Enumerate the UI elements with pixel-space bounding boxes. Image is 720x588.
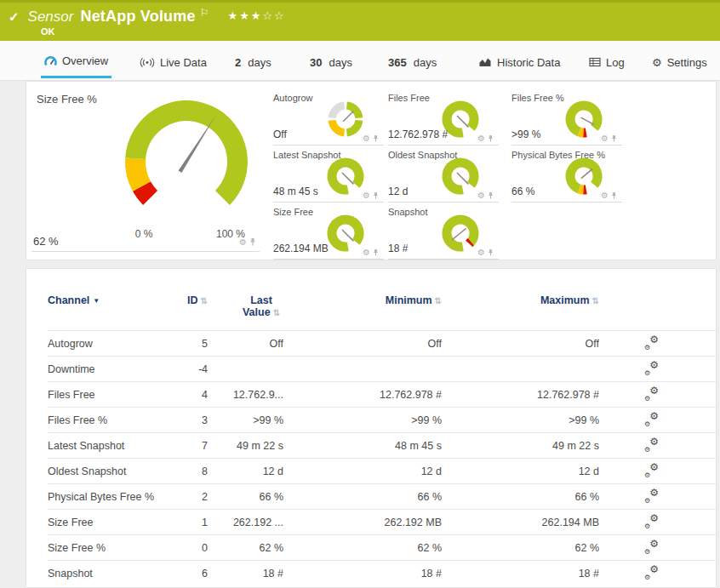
cell-channel: Snapshot <box>48 561 167 586</box>
priority-stars[interactable]: ★★★☆☆ <box>228 9 286 22</box>
channel-settings-gears-icon[interactable]: ⚙⚙ <box>645 515 659 527</box>
cell-channel: Oldest Snapshot <box>48 459 167 484</box>
table-row-latest-snapshot: Latest Snapshot 7 49 m 22 s 48 m 45 s 49… <box>48 433 717 459</box>
tile-files-free-pct[interactable]: Files Free % >99 % ⚙ <box>511 93 619 146</box>
cell-minimum: 12.762.978 # <box>283 382 442 408</box>
cell-id: 1 <box>167 510 208 535</box>
cell-minimum: Off <box>283 331 442 357</box>
cell-maximum: 62 % <box>442 535 599 561</box>
cell-id: 5 <box>167 331 208 357</box>
tile-files-free[interactable]: Files Free 12.762.978 # ⚙ <box>388 93 495 146</box>
tab-365-days[interactable]: 365 days <box>385 46 440 78</box>
channel-settings-gears-icon[interactable]: ⚙⚙ <box>645 387 659 399</box>
col-header-id[interactable]: ID⇅ <box>167 288 208 331</box>
table-row-downtime: Downtime -4 ⚙⚙ <box>48 357 717 382</box>
snapshot-gauge <box>439 212 482 254</box>
gear-icon[interactable]: ⚙ <box>363 191 370 200</box>
gear-icon[interactable]: ⚙ <box>601 191 609 200</box>
tile-size-free[interactable]: Size Free 262.194 MB ⚙ <box>273 207 380 260</box>
tab-2-days[interactable]: 2 days <box>231 46 275 78</box>
col-header-last-value[interactable]: Last Value⇅ <box>208 288 283 331</box>
tab-label-unit: days <box>329 56 351 69</box>
col-header-maximum[interactable]: Maximum⇅ <box>442 288 599 331</box>
gear-icon[interactable]: ⚙ <box>477 191 485 200</box>
cell-id: 4 <box>167 382 208 408</box>
gear-icon: ⚙ <box>652 57 662 68</box>
gear-icon[interactable]: ⚙ <box>477 134 485 143</box>
gear-icon[interactable]: ⚙ <box>477 248 485 257</box>
main-gauge-tile[interactable]: Size Free % 0 % 100 % 62 % ⚙ <box>26 82 265 256</box>
cell-id: -4 <box>167 357 208 382</box>
tab-bar: Overview Live Data 2 days 30 days 365 da… <box>0 41 720 81</box>
channel-settings-gears-icon[interactable]: ⚙⚙ <box>645 413 659 425</box>
tile-latest-snapshot[interactable]: Latest Snapshot 48 m 45 s ⚙ <box>273 150 380 203</box>
tab-label-number: 30 <box>310 56 322 69</box>
status-badge: OK <box>41 26 55 37</box>
gear-icon[interactable]: ⚙ <box>601 134 609 143</box>
tile-snapshot[interactable]: Snapshot 18 # ⚙ <box>388 207 495 260</box>
cell-maximum <box>442 357 599 382</box>
pin-icon[interactable] <box>488 134 494 143</box>
tile-autogrow[interactable]: Autogrow Off ⚙ <box>273 93 380 146</box>
tab-label: Historic Data <box>497 56 560 69</box>
channel-settings-gears-icon[interactable]: ⚙⚙ <box>645 464 659 476</box>
table-row-size-free-pct: Size Free % 0 62 % 62 % 62 % ⚙⚙ <box>48 535 717 561</box>
channel-settings-gears-icon[interactable]: ⚙⚙ <box>645 566 659 578</box>
cell-minimum: >99 % <box>283 408 442 433</box>
channel-settings-gears-icon[interactable]: ⚙⚙ <box>645 336 659 348</box>
cell-last-value: 12.762.9... <box>208 382 283 408</box>
col-label: Minimum <box>386 294 432 306</box>
col-header-minimum[interactable]: Minimum⇅ <box>283 288 442 331</box>
cell-minimum: 262.192 MB <box>283 510 442 535</box>
pin-icon[interactable] <box>488 248 494 257</box>
tab-settings[interactable]: ⚙ Settings <box>649 46 711 78</box>
channel-settings-gears-icon[interactable]: ⚙⚙ <box>645 489 659 501</box>
pin-icon[interactable] <box>373 191 379 200</box>
col-label: Maximum <box>540 294 590 306</box>
tab-log[interactable]: Log <box>586 46 628 78</box>
cell-channel: Physical Bytes Free % <box>48 484 167 510</box>
gear-icon[interactable]: ⚙ <box>239 238 247 247</box>
table-row-physical-bytes-free-pct: Physical Bytes Free % 2 66 % 66 % 66 % ⚙… <box>48 484 717 510</box>
pin-icon[interactable] <box>373 134 379 143</box>
col-header-channel[interactable]: Channel▼ <box>48 288 167 331</box>
oldest-snapshot-gauge <box>439 155 482 197</box>
channel-settings-gears-icon[interactable]: ⚙⚙ <box>645 362 659 374</box>
pin-icon[interactable] <box>611 134 617 143</box>
pin-icon[interactable] <box>373 248 379 257</box>
tab-overview[interactable]: Overview <box>41 46 111 78</box>
sensor-header: ✓ Sensor NetApp Volume ⚐ ★★★☆☆ OK <box>0 0 720 41</box>
tab-historic-data[interactable]: Historic Data <box>475 46 563 78</box>
cell-channel: Downtime <box>48 357 167 382</box>
cell-last-value: 49 m 22 s <box>208 433 283 459</box>
cell-minimum: 66 % <box>283 484 442 510</box>
tile-oldest-snapshot[interactable]: Oldest Snapshot 12 d ⚙ <box>388 150 495 203</box>
area-chart-icon <box>478 57 492 67</box>
overview-panel: Size Free % 0 % 100 % 62 % ⚙ Autogrow <box>26 81 717 260</box>
cell-id: 7 <box>167 433 208 459</box>
gear-icon[interactable]: ⚙ <box>363 248 370 257</box>
tile-value: Off <box>273 128 287 140</box>
table-row-size-free: Size Free 1 262.192 ... 262.192 MB 262.1… <box>48 510 717 535</box>
tab-label-number: 2 <box>235 56 241 69</box>
cell-id: 2 <box>167 484 208 510</box>
cell-last-value <box>208 357 283 382</box>
tab-30-days[interactable]: 30 days <box>306 46 356 78</box>
cell-minimum: 12 d <box>283 459 442 484</box>
cell-minimum: 18 # <box>283 561 442 586</box>
pin-icon[interactable] <box>488 191 494 200</box>
flag-icon[interactable]: ⚐ <box>200 7 209 19</box>
cell-last-value: 262.192 ... <box>208 510 283 535</box>
tile-physical-bytes-free-pct[interactable]: Physical Bytes Free % 66 % ⚙ <box>511 150 619 203</box>
tile-label: Size Free <box>273 207 313 217</box>
pin-icon[interactable] <box>611 191 617 200</box>
size-free-mini-gauge <box>324 212 367 254</box>
cell-channel: Latest Snapshot <box>48 433 167 459</box>
physical-bytes-free-gauge <box>563 155 605 197</box>
channel-settings-gears-icon[interactable]: ⚙⚙ <box>645 438 659 450</box>
sensor-title: NetApp Volume <box>80 8 195 26</box>
gear-icon[interactable]: ⚙ <box>363 134 370 143</box>
tab-live-data[interactable]: Live Data <box>136 46 210 78</box>
channel-settings-gears-icon[interactable]: ⚙⚙ <box>645 540 659 552</box>
pin-icon[interactable] <box>249 237 256 247</box>
